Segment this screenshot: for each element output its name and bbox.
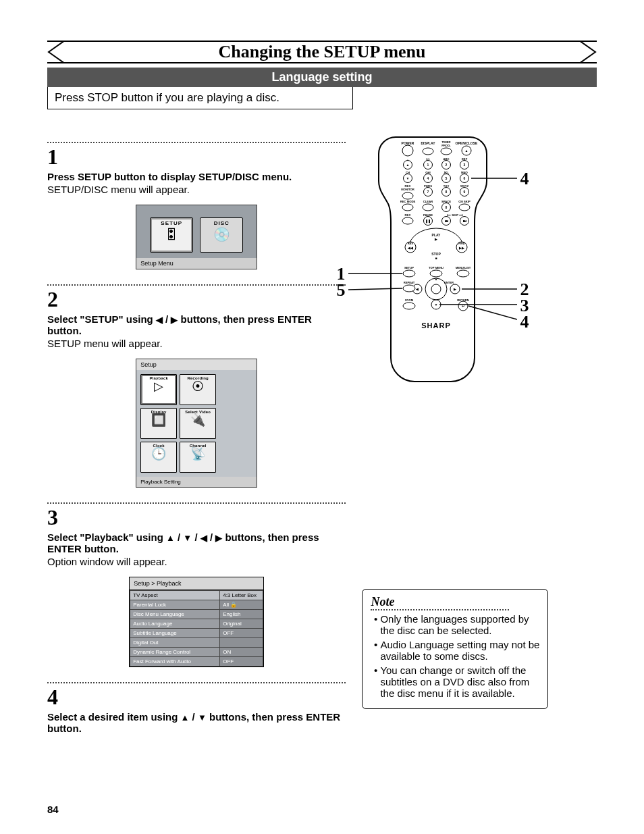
svg-text:▶▶: ▶▶ — [458, 246, 465, 250]
step-subtitle: SETUP menu will appear. — [47, 338, 346, 349]
svg-text:■: ■ — [435, 256, 437, 260]
svg-text:1: 1 — [427, 163, 429, 167]
figure-caption: Setup Menu — [136, 258, 257, 269]
grid-tile-clock: Clock🕒 — [140, 442, 177, 473]
down-arrow-icon: ▼ — [198, 712, 207, 723]
svg-text:OPEN/CLOSE: OPEN/CLOSE — [456, 141, 478, 145]
svg-text:CLEAR: CLEAR — [423, 200, 433, 203]
svg-point-56 — [402, 217, 413, 224]
svg-text:0: 0 — [446, 205, 448, 209]
option-row: Parental LockAll 🔒 — [130, 600, 263, 610]
step-number: 1 — [47, 145, 346, 170]
option-row: Disc Menu LanguageEnglish — [130, 610, 263, 619]
note-item: Audio Language setting may not be availa… — [380, 639, 539, 662]
svg-point-47 — [402, 204, 413, 211]
svg-text:SETUP: SETUP — [404, 266, 414, 269]
svg-text:POWER: POWER — [402, 141, 414, 145]
option-row: Subtitle LanguageOFF — [130, 629, 263, 638]
note-item: You can change or switch off the subtitl… — [380, 664, 539, 699]
right-arrow-icon: ▶ — [215, 533, 222, 543]
svg-point-1 — [402, 145, 413, 156]
page-number: 84 — [47, 804, 59, 815]
grid-tile-display: Display🔲 — [140, 408, 177, 439]
svg-text:REPEAT: REPEAT — [404, 281, 415, 284]
svg-point-82 — [431, 284, 441, 294]
grid-tile-playback: Playback▷ — [140, 374, 177, 405]
step-title: Select a desired item using ▲ / ▼ button… — [47, 711, 346, 734]
svg-text:6: 6 — [464, 176, 466, 180]
svg-text:MONITOR: MONITOR — [402, 188, 415, 191]
svg-text:▲: ▲ — [406, 163, 410, 167]
svg-point-4 — [441, 148, 452, 155]
svg-text:▲: ▲ — [435, 277, 438, 281]
section-subtitle: Language setting — [47, 68, 597, 87]
step-subtitle: SETUP/DISC menu will appear. — [47, 184, 346, 195]
callout-number: 4 — [520, 312, 529, 332]
svg-point-45 — [402, 192, 413, 199]
svg-text:⏮: ⏮ — [444, 219, 448, 223]
setup-disc-menu-figure: SETUP 🎛 DISC 💿 Setup Menu — [136, 205, 257, 269]
svg-text:▼: ▼ — [406, 176, 410, 180]
svg-text:⏭: ⏭ — [462, 219, 466, 223]
svg-text:TOP MENU: TOP MENU — [429, 266, 444, 269]
grid-tile-recording: Recording⦿ — [180, 374, 216, 405]
up-arrow-icon: ▲ — [166, 533, 175, 543]
antenna-icon: 📡 — [180, 448, 215, 461]
setup-menu-figure: Setup Playback▷ Recording⦿ Display🔲 Sele… — [136, 359, 257, 488]
svg-point-90 — [403, 285, 415, 292]
callout-number: 4 — [520, 169, 529, 189]
right-arrow-icon: ▶ — [171, 315, 178, 325]
disc-icon: 💿 — [200, 228, 242, 241]
svg-text:7: 7 — [427, 190, 429, 194]
note-box: Note Only the languages supported by the… — [362, 589, 548, 709]
option-row: Fast Forward with AudioOFF — [130, 657, 263, 667]
grid-tile-select-video: Select Video🔌 — [180, 408, 216, 439]
svg-text:4: 4 — [427, 176, 429, 180]
svg-text:REC: REC — [405, 213, 411, 217]
page-title: Changing the SETUP menu — [47, 41, 597, 63]
step-title: Select "SETUP" using ◀ / ▶ buttons, then… — [47, 313, 346, 336]
option-row: Audio LanguageOriginal — [130, 619, 263, 629]
svg-point-6 — [423, 148, 433, 155]
svg-text:DISPLAY: DISPLAY — [421, 141, 436, 145]
video-icon: 🔌 — [180, 414, 215, 427]
step-number: 3 — [47, 505, 346, 530]
figure-caption: Playback Setting — [136, 477, 257, 487]
brand-logo: SHARP — [422, 321, 452, 330]
svg-point-78 — [430, 270, 442, 277]
svg-text:◀◀: ◀◀ — [407, 246, 413, 250]
svg-point-92 — [403, 303, 415, 309]
svg-text:REV: REV — [408, 242, 414, 245]
play-icon: ▷ — [141, 380, 176, 394]
svg-point-80 — [457, 270, 469, 277]
svg-point-76 — [403, 270, 415, 277]
svg-text:◀: ◀ — [415, 287, 419, 291]
figure-caption-top: Setup > Playback — [130, 577, 263, 590]
step-number: 2 — [47, 287, 346, 312]
record-icon: ⦿ — [180, 380, 215, 394]
svg-text:REC MODE: REC MODE — [400, 200, 416, 203]
svg-text:FWD: FWD — [459, 242, 466, 245]
clock-icon: 🕒 — [141, 448, 176, 461]
option-row: Dynamic Range ControlON — [130, 648, 263, 657]
step-number: 4 — [47, 685, 346, 710]
grid-tile-channel: Channel📡 — [180, 442, 216, 473]
preface-callout: Press STOP button if you are playing a d… — [47, 87, 353, 109]
svg-text:9: 9 — [464, 190, 466, 194]
up-arrow-icon: ▲ — [181, 712, 190, 723]
svg-text:PROG.: PROG. — [442, 144, 452, 147]
svg-text:❚❚: ❚❚ — [425, 219, 431, 224]
svg-text:CM SKIP: CM SKIP — [459, 200, 471, 203]
svg-text:ZOOM: ZOOM — [405, 298, 414, 302]
step-title: Select "Playback" using ▲ / ▼ / ◀ / ▶ bu… — [47, 531, 346, 554]
remote-control-figure: POWER TIMER PROG. DISPLAY OPEN/CLOSE ▲ @… — [375, 134, 597, 386]
svg-text:5: 5 — [446, 176, 448, 180]
svg-text:⟵ SKIP ⟶: ⟵ SKIP ⟶ — [447, 213, 463, 217]
sliders-icon: 🎛 — [151, 228, 192, 241]
svg-text:8: 8 — [446, 190, 448, 194]
step-subtitle: Option window will appear. — [47, 556, 346, 567]
setup-tile: SETUP 🎛 — [150, 217, 193, 253]
svg-text:3: 3 — [464, 163, 466, 167]
callout-number: 5 — [336, 280, 345, 301]
display-icon: 🔲 — [141, 414, 176, 427]
